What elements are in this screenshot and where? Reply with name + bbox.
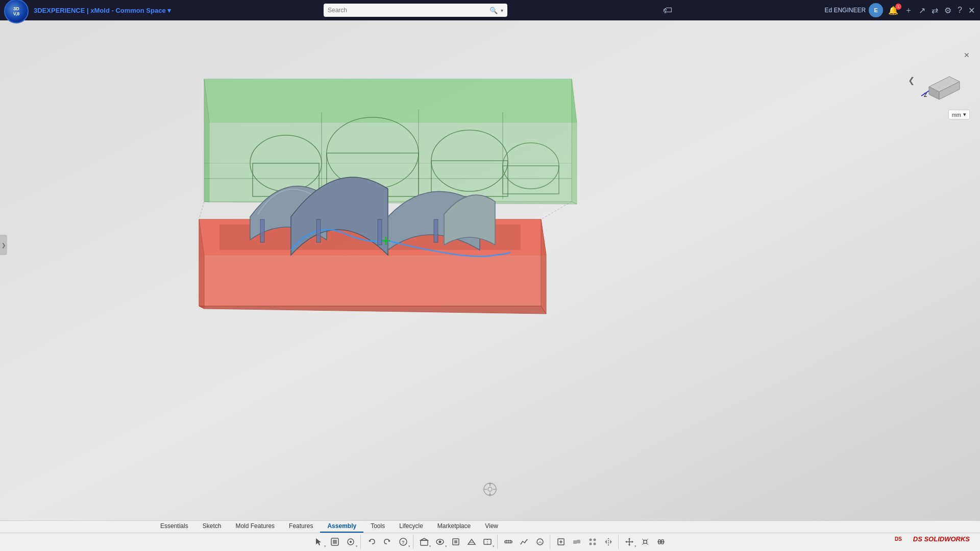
insert-btn[interactable] bbox=[553, 535, 569, 549]
tool-group-measure bbox=[499, 535, 550, 549]
svg-line-92 bbox=[647, 543, 648, 545]
svg-point-76 bbox=[594, 539, 596, 541]
viewport[interactable]: ✕ ❮ Z mm ▾ ❯ bbox=[0, 20, 980, 520]
svg-rect-28 bbox=[316, 219, 321, 242]
top-bar: 3DV,8 3DEXPERIENCE | xMold - Common Spac… bbox=[0, 0, 980, 20]
units-value: mm bbox=[952, 112, 961, 118]
clipping-btn[interactable] bbox=[480, 535, 495, 549]
workspace-dropdown-icon[interactable]: ▾ bbox=[167, 7, 171, 14]
tab-features[interactable]: Features bbox=[282, 521, 320, 533]
svg-marker-85 bbox=[628, 544, 630, 546]
svg-line-90 bbox=[647, 539, 648, 540]
svg-rect-48 bbox=[333, 540, 337, 544]
side-panel-toggle[interactable]: ❯ bbox=[0, 235, 7, 255]
navigation-cube[interactable]: Z bbox=[919, 61, 970, 102]
align-btn[interactable] bbox=[653, 535, 669, 549]
section-view-btn[interactable] bbox=[464, 535, 479, 549]
svg-marker-2 bbox=[204, 79, 572, 202]
search-input[interactable] bbox=[328, 7, 486, 14]
search-dropdown-icon[interactable]: ▾ bbox=[501, 8, 503, 13]
svg-marker-84 bbox=[628, 538, 630, 539]
tab-sketch[interactable]: Sketch bbox=[195, 521, 229, 533]
avatar[interactable]: E bbox=[869, 3, 883, 17]
smart-select-btn[interactable] bbox=[327, 535, 342, 549]
nav-arrow[interactable]: ❮ bbox=[908, 76, 915, 85]
share-icon[interactable]: ↗ bbox=[918, 5, 926, 16]
tool-group-features bbox=[551, 535, 619, 549]
svg-marker-80 bbox=[605, 540, 607, 544]
tag-icon[interactable]: 🏷 bbox=[663, 5, 672, 16]
svg-rect-27 bbox=[260, 219, 264, 242]
3d-scene bbox=[0, 20, 980, 520]
explode-btn[interactable] bbox=[638, 535, 653, 549]
tab-assembly[interactable]: Assembly bbox=[320, 521, 363, 533]
svg-marker-56 bbox=[421, 538, 428, 540]
tools-row: ? bbox=[0, 533, 980, 551]
svg-rect-29 bbox=[378, 219, 382, 245]
help-icon[interactable]: ? bbox=[957, 5, 963, 16]
display-mode-btn[interactable] bbox=[416, 535, 432, 549]
user-info: Ed ENGINEER E bbox=[824, 3, 883, 17]
view-rotation-icon bbox=[482, 482, 498, 500]
nav-cube-close[interactable]: ✕ bbox=[964, 51, 970, 59]
tab-marketplace[interactable]: Marketplace bbox=[430, 521, 478, 533]
analyze-btn[interactable] bbox=[517, 535, 532, 549]
brand-name: 3DEXPERIENCE bbox=[34, 7, 85, 14]
tab-essentials[interactable]: Essentials bbox=[153, 521, 195, 533]
tool-group-undo: ? bbox=[362, 535, 413, 549]
svg-line-91 bbox=[642, 543, 644, 545]
tool-group-selection bbox=[309, 535, 361, 549]
units-dropdown[interactable]: mm ▾ bbox=[948, 110, 970, 119]
pattern-btn[interactable] bbox=[585, 535, 600, 549]
svg-text:?: ? bbox=[402, 540, 405, 545]
add-icon[interactable]: ＋ bbox=[903, 4, 914, 17]
logo-text: 3DV,8 bbox=[13, 6, 20, 16]
svg-point-39 bbox=[488, 487, 492, 491]
notification-count: 1 bbox=[895, 4, 901, 10]
move-btn[interactable] bbox=[622, 535, 637, 549]
help-tool-btn[interactable]: ? bbox=[396, 535, 411, 549]
svg-text:DS: DS bbox=[895, 536, 902, 542]
topbar-right: Ed ENGINEER E 🔔 1 ＋ ↗ ⇄ ⚙ ? ✕ bbox=[824, 3, 976, 17]
svg-marker-61 bbox=[468, 539, 475, 544]
draft-analysis-btn[interactable] bbox=[532, 535, 548, 549]
workspace-name: xMold - Common Space bbox=[90, 7, 165, 14]
svg-rect-73 bbox=[573, 540, 577, 544]
svg-line-89 bbox=[642, 539, 644, 540]
svg-point-75 bbox=[590, 539, 592, 541]
svg-rect-60 bbox=[454, 540, 457, 543]
svg-rect-88 bbox=[644, 540, 647, 543]
svg-marker-81 bbox=[610, 540, 612, 544]
tool-group-view bbox=[414, 535, 498, 549]
svg-point-50 bbox=[350, 541, 352, 543]
mate-btn[interactable] bbox=[569, 535, 584, 549]
svg-rect-55 bbox=[421, 540, 428, 545]
user-name: Ed ENGINEER bbox=[824, 7, 866, 14]
mirror-btn[interactable] bbox=[601, 535, 616, 549]
toolbar-tabs: Essentials Sketch Mold Features Features… bbox=[0, 521, 980, 533]
snap-tool-btn[interactable] bbox=[343, 535, 358, 549]
svg-point-58 bbox=[439, 541, 442, 543]
settings-icon[interactable]: ⚙ bbox=[943, 5, 952, 16]
app-logo[interactable]: 3DV,8 bbox=[4, 0, 29, 23]
redo-btn[interactable] bbox=[380, 535, 395, 549]
notification-bell[interactable]: 🔔 1 bbox=[887, 6, 899, 15]
svg-point-77 bbox=[590, 543, 592, 545]
search-bar: 🔍 ▾ bbox=[324, 4, 507, 17]
solidworks-logo: DS DS SOLIDWORKS bbox=[894, 534, 970, 544]
hide-show-btn[interactable] bbox=[432, 535, 448, 549]
tab-tools[interactable]: Tools bbox=[363, 521, 392, 533]
bottom-toolbar: Essentials Sketch Mold Features Features… bbox=[0, 520, 980, 551]
isolate-btn[interactable] bbox=[448, 535, 463, 549]
svg-marker-87 bbox=[632, 541, 633, 543]
undo-btn[interactable] bbox=[364, 535, 379, 549]
measure-btn[interactable] bbox=[501, 535, 516, 549]
svg-rect-30 bbox=[434, 219, 438, 242]
tab-view[interactable]: View bbox=[478, 521, 505, 533]
svg-point-78 bbox=[594, 543, 596, 545]
tab-mold-features[interactable]: Mold Features bbox=[228, 521, 282, 533]
sync-icon[interactable]: ⇄ bbox=[930, 5, 939, 16]
select-tool-btn[interactable] bbox=[311, 535, 327, 549]
tab-lifecycle[interactable]: Lifecycle bbox=[392, 521, 430, 533]
close-icon[interactable]: ✕ bbox=[967, 5, 976, 16]
